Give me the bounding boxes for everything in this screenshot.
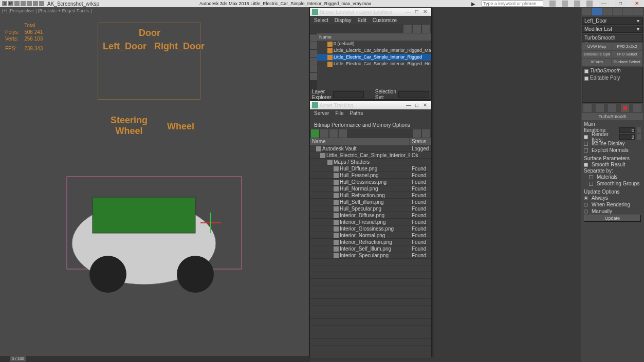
se-tool-2[interactable] — [413, 25, 421, 33]
new-icon[interactable] — [14, 1, 20, 6]
render-iters-check[interactable] — [584, 135, 588, 139]
stack-editable-poly[interactable]: Editable Poly — [582, 74, 642, 82]
asset-row[interactable]: Hull_Diffuse.pngFound — [310, 165, 431, 172]
layer-row[interactable]: 0 (default) — [317, 41, 431, 47]
open-icon[interactable] — [21, 1, 26, 6]
se-min-button[interactable]: — — [404, 9, 413, 15]
configure-sets-icon[interactable] — [633, 104, 641, 112]
at-col-status[interactable]: Status — [410, 138, 431, 145]
at-close-button[interactable]: ✕ — [421, 102, 429, 108]
at-help-icon[interactable] — [413, 129, 421, 138]
save-icon[interactable] — [27, 1, 32, 6]
time-slider[interactable]: 0 / 100 — [0, 356, 309, 362]
modifier-preset-btn[interactable]: UVW Map — [582, 43, 612, 50]
smoothgrp-check[interactable] — [589, 182, 593, 186]
se-menu-display[interactable]: Display — [335, 17, 352, 23]
tab-modify[interactable] — [592, 8, 602, 15]
tab-display[interactable] — [623, 8, 633, 15]
se-menu-select[interactable]: Select — [314, 17, 328, 23]
se-menu-edit[interactable]: Edit — [358, 17, 366, 23]
asset-row[interactable]: Hull_Normal.pngFound — [310, 185, 431, 192]
update-button[interactable]: Update — [584, 215, 641, 222]
se-footer-btn2[interactable] — [371, 91, 373, 98]
help-icon[interactable] — [549, 1, 556, 7]
viewport-perspective[interactable]: [+] [Perspective ] [Realistic + Edged Fa… — [0, 7, 309, 362]
asset-row[interactable]: Interior_Fresnel.pngFound — [310, 219, 431, 225]
isoline-check[interactable] — [584, 142, 588, 146]
se-filter-3[interactable] — [310, 50, 317, 57]
render-iters-input[interactable] — [619, 134, 635, 140]
asset-row[interactable]: Maps / Shaders — [310, 159, 431, 165]
rollout-turbosmooth[interactable]: TurboSmooth — [582, 113, 643, 120]
modifier-stack[interactable]: TurboSmooth Editable Poly — [582, 67, 643, 103]
max-icon[interactable]: M — [8, 1, 13, 6]
close-button[interactable]: ✕ — [632, 1, 642, 7]
search-input[interactable] — [482, 1, 543, 7]
asset-row[interactable]: Interior_Specular.pngFound — [310, 252, 431, 259]
asset-row[interactable]: Hull_Specular.pngFound — [310, 205, 431, 212]
asset-row[interactable]: Autodesk VaultLogged — [310, 145, 431, 152]
asset-row[interactable]: Interior_Refraction.pngFound — [310, 239, 431, 245]
smooth-result-check[interactable] — [584, 163, 588, 167]
se-filter-5[interactable] — [310, 65, 317, 72]
se-tool-3[interactable] — [422, 25, 430, 33]
layer-row[interactable]: Little_Electric_Car_Simple_Interior_Rigg… — [317, 54, 431, 61]
modifier-preset-btn[interactable]: enderable Spli — [582, 51, 612, 58]
object-name-field[interactable]: Left_Door▾ — [582, 17, 643, 25]
maximize-button[interactable]: □ — [615, 1, 625, 7]
se-filter-1[interactable] — [310, 34, 317, 42]
se-filter-2[interactable] — [310, 42, 317, 49]
asset-row[interactable]: Hull_Refraction.pngFound — [310, 192, 431, 199]
asset-row[interactable]: Interior_Diffuse.pngFound — [310, 212, 431, 219]
asset-row[interactable]: Interior_Normal.pngFound — [310, 232, 431, 239]
modifier-preset-btn[interactable]: Surface Select — [612, 59, 642, 66]
pin-stack-icon[interactable] — [583, 104, 592, 112]
asset-row[interactable]: Hull_Glossiness.pngFound — [310, 179, 431, 185]
info-icon[interactable] — [586, 1, 593, 7]
time-slider-knob[interactable]: 0 / 100 — [10, 356, 26, 361]
riter-spinner[interactable] — [637, 134, 641, 140]
se-footer-btn1[interactable] — [366, 91, 369, 98]
se-filter-4[interactable] — [310, 58, 317, 65]
viewport-label[interactable]: [+] [Perspective ] [Realistic + Edged Fa… — [2, 8, 92, 13]
at-tool-3[interactable] — [329, 129, 338, 138]
redo-icon[interactable] — [39, 1, 44, 6]
mod-turbosmooth[interactable]: TurboSmooth Symmetry — [582, 34, 642, 42]
modifier-preset-btn[interactable]: XForm — [582, 59, 612, 66]
at-tool-2[interactable] — [320, 129, 328, 138]
modifier-list[interactable]: Modifier List▾ — [582, 26, 643, 33]
iterations-input[interactable] — [619, 127, 635, 133]
layer-row[interactable]: Little_Electric_Car_Simple_Interior_Rigg… — [317, 61, 431, 67]
modifier-preset-btn[interactable]: FFD 2x2x2 — [612, 43, 642, 50]
minimize-button[interactable]: — — [599, 1, 609, 7]
favorite-icon[interactable] — [562, 1, 568, 7]
materials-check[interactable] — [589, 175, 593, 179]
at-menu-item[interactable]: Paths — [350, 110, 363, 116]
at-settings-icon[interactable] — [422, 129, 430, 138]
tab-create[interactable] — [582, 8, 592, 15]
at-refresh-icon[interactable] — [311, 129, 319, 138]
tab-hierarchy[interactable] — [602, 8, 612, 15]
at-tool-4[interactable] — [339, 129, 347, 138]
explicit-check[interactable] — [584, 148, 588, 153]
tab-motion[interactable] — [613, 8, 622, 15]
asset-row[interactable]: Interior_Glossiness.pngFound — [310, 225, 431, 232]
at-col-name[interactable]: Name — [310, 138, 410, 145]
show-end-icon[interactable] — [596, 104, 604, 112]
se-filter-input[interactable] — [333, 91, 364, 98]
update-always-radio[interactable] — [584, 196, 588, 200]
make-unique-icon[interactable] — [608, 104, 616, 112]
at-menu-item[interactable]: File — [335, 110, 343, 116]
se-close-button[interactable]: ✕ — [421, 9, 429, 15]
login-icon[interactable] — [574, 1, 580, 7]
se-col-name[interactable]: Name — [317, 33, 431, 41]
asset-row[interactable]: Little_Electric_Car_Simple_Interior_Rigg… — [310, 152, 431, 159]
se-tool-1[interactable] — [403, 25, 412, 33]
se-filter-6[interactable] — [310, 73, 317, 80]
se-menu-customize[interactable]: Customize — [373, 17, 397, 23]
workspace-label[interactable]: AK_Screenshot_wrksp — [47, 1, 99, 7]
update-when-radio[interactable] — [584, 203, 588, 207]
se-max-button[interactable]: □ — [413, 9, 421, 15]
iter-spinner[interactable] — [637, 127, 641, 133]
at-menu-item[interactable]: Server — [314, 110, 329, 116]
